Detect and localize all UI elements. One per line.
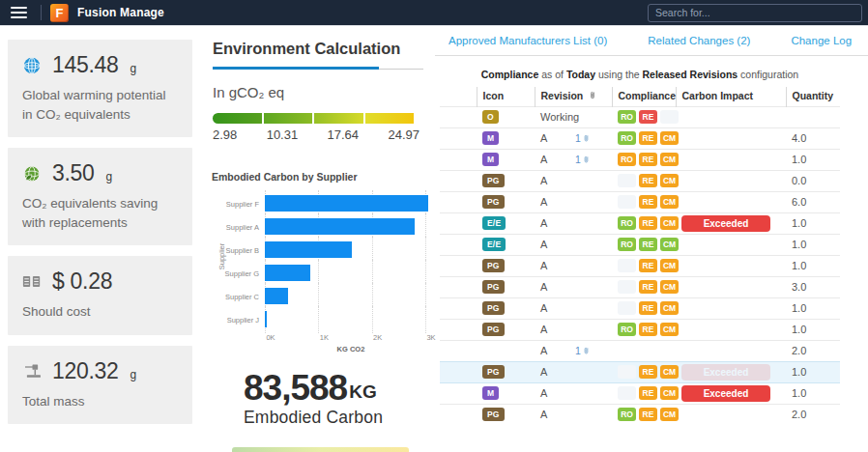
quantity-cell: 1.0: [786, 319, 840, 340]
revision-cell: A: [535, 404, 612, 425]
attachment-link[interactable]: 1: [575, 154, 591, 165]
table-row[interactable]: OWorkingRORE: [440, 106, 840, 127]
item-type-badge: PG: [482, 174, 505, 187]
compliance-chip: RO: [618, 408, 636, 421]
table-row[interactable]: E/EARORECM1.0: [440, 234, 840, 255]
row-spacer-cell: [440, 382, 477, 404]
chart-title: Embodied Carbon by Supplier: [212, 171, 435, 183]
compliance-chip: [618, 301, 636, 315]
quantity-cell: 1.0: [786, 361, 840, 382]
note-text: Released Revisions: [643, 69, 738, 80]
table-row[interactable]: PGARORECM1.0: [440, 319, 840, 340]
compliance-chip: CM: [660, 195, 679, 209]
compliance-note: Compliance as of Today using the Release…: [435, 69, 845, 80]
compliance-panel: Approved Manufacturers List (0)Related C…: [435, 26, 868, 452]
carbon-impact-cell: [676, 234, 786, 255]
carbon-impact-cell: [676, 276, 786, 297]
compliance-chip: RO: [618, 216, 636, 230]
revision-cell: A: [535, 255, 612, 276]
metric-card: $ 0.28Should cost: [8, 256, 192, 335]
compliance-cell: RECM: [612, 255, 676, 276]
table-row[interactable]: PGARECM0.0: [440, 170, 840, 191]
paperclip-icon: [582, 155, 591, 165]
revision-cell: A: [535, 297, 612, 319]
revision-value: A: [540, 132, 575, 144]
item-type-badge: M: [482, 131, 499, 145]
compliance-chip: [618, 280, 636, 294]
scale-segment: [365, 113, 415, 124]
compliance-cell: RORECM: [612, 234, 676, 255]
header-compliance: Compliance: [612, 87, 676, 106]
total-label: Embodied Carbon: [244, 408, 435, 428]
revision-value: A: [540, 324, 575, 335]
revision-cell: A: [535, 361, 612, 382]
revision-value: A: [540, 345, 575, 356]
tab-change-log[interactable]: Change Log: [791, 35, 852, 46]
compliance-chip: CM: [660, 301, 679, 315]
compliance-chip: RE: [639, 110, 657, 124]
icon-cell: PG: [477, 170, 535, 191]
compliance-cell: RECM: [612, 297, 676, 319]
total-unit: KG: [349, 381, 377, 403]
compliance-chip: RE: [639, 238, 657, 251]
menu-icon[interactable]: [2, 0, 35, 26]
compliance-chip: CM: [660, 131, 679, 145]
metric-label: Should cost: [21, 302, 179, 322]
carbon-impact-cell: Exceeded: [676, 361, 786, 382]
item-type-badge: M: [482, 386, 499, 400]
row-spacer-cell: [440, 170, 477, 191]
bar-category-label: Supplier F: [224, 200, 265, 209]
header-carbon-impact: Carbon Impact: [676, 87, 786, 106]
table-row[interactable]: E/EARORECMExceeded1.0: [440, 212, 840, 234]
item-type-badge: PG: [482, 301, 505, 315]
compliance-table-body: OWorkingROREMA1RORECM4.0MA1RORECM1.0PGAR…: [440, 106, 840, 425]
item-type-badge: E/E: [482, 238, 506, 251]
table-row[interactable]: PGARECM1.0: [440, 297, 840, 319]
icon-cell: PG: [477, 297, 535, 319]
compliance-chip: RE: [639, 131, 657, 145]
icon-cell: PG: [477, 276, 535, 297]
quantity-cell: 3.0: [786, 276, 840, 297]
x-tick-label: 1K: [320, 333, 329, 342]
metric-value: 3.50: [52, 160, 95, 186]
revision-cell: A1: [535, 340, 612, 361]
compliance-chip: CM: [660, 386, 679, 400]
table-row[interactable]: PGARECM1.0: [440, 255, 840, 276]
table-row[interactable]: MA1RORECM1.0: [440, 149, 840, 170]
quantity-cell: 2.0: [786, 404, 840, 425]
compliance-chip: [660, 110, 679, 124]
quantity-cell: 0.0: [786, 170, 840, 191]
attachment-link[interactable]: 1: [575, 132, 591, 144]
table-row[interactable]: PGARECMExceeded1.0: [440, 361, 840, 382]
carbon-impact-cell: [676, 319, 786, 340]
row-spacer-cell: [440, 234, 477, 255]
scale-value: 2.98: [213, 127, 237, 142]
item-type-badge: M: [482, 153, 499, 166]
revision-value: A: [540, 239, 575, 250]
bar: [265, 218, 415, 235]
row-spacer-cell: [440, 297, 477, 319]
carbon-impact-cell: [676, 297, 786, 319]
compliance-chip: CM: [660, 323, 679, 336]
search-input[interactable]: [648, 4, 862, 22]
table-row[interactable]: PGARECM6.0: [440, 191, 840, 212]
revision-value: A: [540, 154, 575, 165]
table-row[interactable]: PGARECM3.0: [440, 276, 840, 297]
compliance-chip: CM: [660, 174, 679, 187]
total-value: 83,588: [244, 370, 347, 406]
bar-row: Supplier C: [224, 285, 435, 308]
table-row[interactable]: PGARORECM2.0: [440, 404, 840, 425]
icon-cell: PG: [477, 361, 535, 382]
tab-related-changes-2[interactable]: Related Changes (2): [648, 35, 750, 46]
compliance-cell: [612, 340, 676, 361]
tab-approved-manufacturers-list-0[interactable]: Approved Manufacturers List (0): [448, 35, 607, 46]
row-spacer-cell: [440, 255, 477, 276]
attachment-link[interactable]: 1: [575, 345, 591, 356]
bar-category-label: Supplier G: [224, 269, 265, 278]
table-row[interactable]: MA1RORECM4.0: [440, 127, 840, 149]
table-row[interactable]: A12.0: [440, 340, 840, 361]
tab-bar: Approved Manufacturers List (0)Related C…: [435, 26, 868, 56]
scale-segment: [314, 113, 363, 124]
icon-cell: PG: [477, 319, 535, 340]
table-row[interactable]: MARECMExceeded1.0: [440, 382, 840, 404]
